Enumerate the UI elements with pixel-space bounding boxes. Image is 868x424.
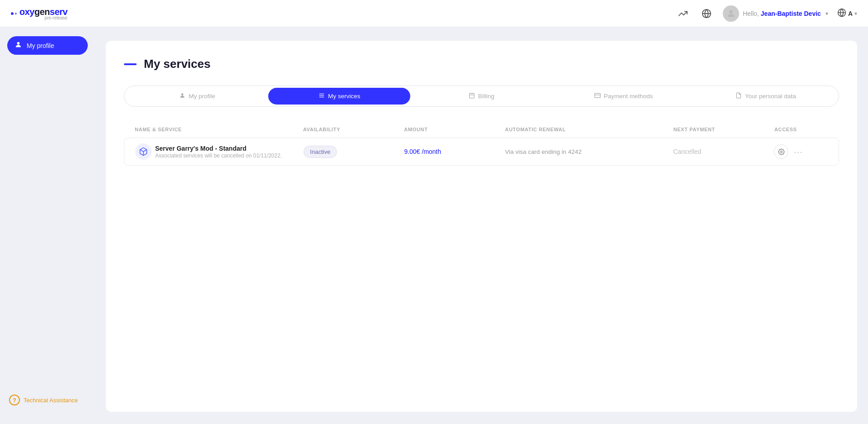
next-payment-text: Cancelled [673,148,701,155]
content-card: My services My profile My services [106,41,857,412]
tab-services-icon [318,92,325,100]
logo-text-block: oxygenserv pre-release [19,7,67,20]
hello-text: Hello, [743,10,759,17]
tab-personal-data[interactable]: Your personal data [695,88,837,105]
tab-personal-data-label: Your personal data [745,93,796,100]
sidebar-bottom: ? Technical Assistance [7,391,88,416]
user-info: Hello, Jean-Baptiste Devic [743,10,821,17]
tab-my-profile[interactable]: My profile [126,88,268,105]
user-name: Jean-Baptiste Devic [761,10,821,17]
svg-rect-14 [594,93,600,97]
avatar [723,5,739,22]
language-selector[interactable]: A ▾ [837,8,857,19]
user-menu-chevron: ▾ [825,10,828,17]
tab-my-profile-label: My profile [189,93,215,100]
amount-text: 9.00€ /month [404,148,441,155]
lang-label [837,8,846,19]
sidebar-item-label: My profile [27,42,54,49]
technical-assistance-link[interactable]: ? Technical Assistance [7,391,88,409]
col-auto-renewal: AUTOMATIC RENEWAL [505,127,674,132]
tab-profile-icon [179,92,185,100]
sidebar: My profile ? Technical Assistance [0,27,95,424]
svg-rect-10 [470,93,474,98]
col-availability: AVAILABILITY [303,127,404,132]
sidebar-top: My profile [7,36,88,55]
lang-chevron: ▾ [854,10,857,17]
service-name: Server Garry's Mod - Standard [155,145,282,152]
svg-point-2 [729,10,732,13]
svg-rect-8 [319,95,324,95]
main-content: My services My profile My services [95,27,868,424]
logo-dot-1 [11,12,14,15]
service-sub: Associated services will be cancelled on… [155,152,282,159]
col-amount: AMOUNT [404,127,505,132]
tab-personal-icon [735,92,742,100]
cell-amount: 9.00€ /month [404,148,505,155]
renewal-text: Via visa card ending in 4242 [505,148,582,155]
gear-button[interactable] [774,144,788,159]
cell-auto-renewal: Via visa card ending in 4242 [505,148,674,155]
lang-a-label: A [848,10,853,17]
tab-billing[interactable]: Billing [410,88,552,105]
logo: oxygenserv pre-release [11,7,67,20]
services-table: NAME & SERVICE AVAILABILITY AMOUNT AUTOM… [124,123,839,166]
col-next-payment: NEXT PAYMENT [674,127,774,132]
logo-dot-2 [15,13,17,14]
cell-access: ··· [774,144,828,159]
status-badge: Inactive [304,146,337,158]
more-options-button[interactable]: ··· [794,147,803,157]
topbar-right: Hello, Jean-Baptiste Devic ▾ A ▾ [676,5,857,22]
svg-rect-9 [319,97,324,97]
tab-my-services[interactable]: My services [268,88,410,105]
stats-icon[interactable] [676,6,690,21]
logo-dots [11,12,17,15]
user-menu[interactable]: Hello, Jean-Baptiste Devic ▾ [723,5,828,22]
svg-point-17 [780,151,782,152]
cell-next-payment: Cancelled [673,148,774,155]
col-name-service: NAME & SERVICE [135,127,303,132]
svg-rect-7 [319,94,324,94]
table-row: Server Garry's Mod - Standard Associated… [124,138,839,166]
technical-assistance-label: Technical Assistance [24,397,78,404]
topbar: oxygenserv pre-release [0,0,868,27]
svg-point-6 [181,93,184,95]
cell-availability: Inactive [304,146,404,158]
tab-payment-methods[interactable]: Payment methods [553,88,695,105]
page-title-row: My services [124,57,839,71]
tabs-bar: My profile My services Billing [124,86,839,107]
tab-payment-icon [594,92,601,100]
tab-payment-methods-label: Payment methods [604,93,653,100]
page-title-bar [124,63,137,65]
table-header: NAME & SERVICE AVAILABILITY AMOUNT AUTOM… [124,123,839,136]
service-name-block: Server Garry's Mod - Standard Associated… [155,145,282,159]
tab-my-services-label: My services [328,93,360,100]
tab-billing-label: Billing [478,93,494,100]
service-icon [135,143,152,160]
profile-icon [14,41,22,50]
page-title: My services [144,57,210,71]
sidebar-item-my-profile[interactable]: My profile [7,36,88,55]
globe-icon[interactable] [699,6,714,21]
col-access: ACCESS [774,127,828,132]
main-layout: My profile ? Technical Assistance My ser… [0,27,868,424]
cell-name-service: Server Garry's Mod - Standard Associated… [135,143,304,160]
svg-point-5 [17,42,20,45]
tab-billing-icon [469,92,475,100]
technical-assistance-icon: ? [9,395,20,405]
